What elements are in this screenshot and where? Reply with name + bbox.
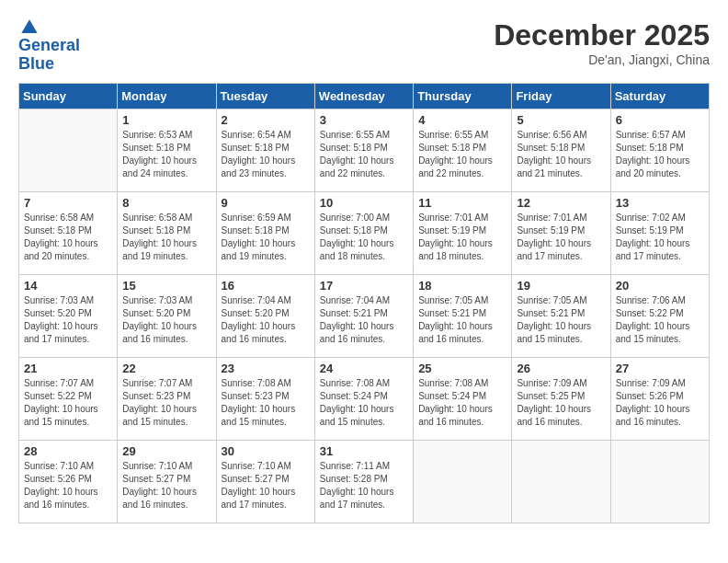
day-number: 6 (616, 113, 704, 127)
calendar-week-1: 1Sunrise: 6:53 AM Sunset: 5:18 PM Daylig… (19, 109, 710, 191)
day-number: 13 (616, 196, 704, 210)
day-info: Sunrise: 7:02 AM Sunset: 5:19 PM Dayligh… (616, 212, 704, 263)
calendar-cell (610, 440, 709, 523)
calendar-cell: 12Sunrise: 7:01 AM Sunset: 5:19 PM Dayli… (512, 191, 610, 274)
day-info: Sunrise: 7:07 AM Sunset: 5:23 PM Dayligh… (122, 377, 210, 429)
day-number: 5 (517, 113, 605, 127)
day-number: 25 (418, 362, 506, 375)
calendar-cell: 14Sunrise: 7:03 AM Sunset: 5:20 PM Dayli… (19, 274, 118, 357)
calendar-cell: 23Sunrise: 7:08 AM Sunset: 5:23 PM Dayli… (216, 357, 314, 440)
day-number: 10 (320, 196, 408, 210)
day-info: Sunrise: 7:01 AM Sunset: 5:19 PM Dayligh… (517, 212, 605, 263)
day-number: 11 (418, 196, 506, 210)
day-info: Sunrise: 7:04 AM Sunset: 5:20 PM Dayligh… (222, 294, 310, 346)
day-number: 7 (24, 196, 112, 210)
day-info: Sunrise: 7:04 AM Sunset: 5:21 PM Dayligh… (320, 294, 408, 346)
calendar-cell: 2Sunrise: 6:54 AM Sunset: 5:18 PM Daylig… (216, 109, 314, 191)
calendar-cell: 25Sunrise: 7:08 AM Sunset: 5:24 PM Dayli… (414, 357, 512, 440)
calendar-cell: 10Sunrise: 7:00 AM Sunset: 5:18 PM Dayli… (314, 191, 413, 274)
day-info: Sunrise: 7:10 AM Sunset: 5:27 PM Dayligh… (222, 460, 310, 511)
calendar-cell (512, 440, 610, 523)
day-number: 18 (418, 279, 506, 293)
day-info: Sunrise: 6:55 AM Sunset: 5:18 PM Dayligh… (418, 129, 506, 180)
svg-marker-0 (21, 19, 37, 33)
day-header-friday: Friday (512, 83, 610, 109)
logo: GeneralBlue (18, 18, 80, 74)
day-number: 28 (24, 444, 112, 458)
calendar-cell: 21Sunrise: 7:07 AM Sunset: 5:22 PM Dayli… (19, 357, 118, 440)
page-header: GeneralBlue December 2025 De'an, Jiangxi… (18, 18, 710, 74)
day-number: 12 (517, 196, 605, 210)
day-info: Sunrise: 7:05 AM Sunset: 5:21 PM Dayligh… (517, 294, 605, 346)
day-info: Sunrise: 6:59 AM Sunset: 5:18 PM Dayligh… (222, 212, 310, 263)
calendar-cell (19, 109, 118, 191)
day-info: Sunrise: 7:08 AM Sunset: 5:24 PM Dayligh… (418, 377, 506, 429)
day-info: Sunrise: 7:09 AM Sunset: 5:26 PM Dayligh… (616, 377, 704, 429)
calendar-cell: 16Sunrise: 7:04 AM Sunset: 5:20 PM Dayli… (216, 274, 314, 357)
day-info: Sunrise: 7:07 AM Sunset: 5:22 PM Dayligh… (24, 377, 112, 429)
day-number: 23 (222, 362, 310, 375)
day-info: Sunrise: 7:03 AM Sunset: 5:20 PM Dayligh… (24, 294, 112, 346)
day-info: Sunrise: 7:00 AM Sunset: 5:18 PM Dayligh… (320, 212, 408, 263)
day-number: 14 (24, 279, 112, 293)
day-info: Sunrise: 7:08 AM Sunset: 5:23 PM Dayligh… (222, 377, 310, 429)
day-number: 4 (418, 113, 506, 127)
calendar-cell: 1Sunrise: 6:53 AM Sunset: 5:18 PM Daylig… (118, 109, 216, 191)
calendar-cell: 18Sunrise: 7:05 AM Sunset: 5:21 PM Dayli… (414, 274, 512, 357)
calendar-cell: 3Sunrise: 6:55 AM Sunset: 5:18 PM Daylig… (314, 109, 413, 191)
calendar-week-2: 7Sunrise: 6:58 AM Sunset: 5:18 PM Daylig… (19, 191, 710, 274)
day-number: 17 (320, 279, 408, 293)
day-number: 24 (320, 362, 408, 375)
calendar-cell: 30Sunrise: 7:10 AM Sunset: 5:27 PM Dayli… (216, 440, 314, 523)
day-number: 20 (616, 279, 704, 293)
day-info: Sunrise: 6:57 AM Sunset: 5:18 PM Dayligh… (616, 129, 704, 180)
calendar-cell: 19Sunrise: 7:05 AM Sunset: 5:21 PM Dayli… (512, 274, 610, 357)
calendar-week-5: 28Sunrise: 7:10 AM Sunset: 5:26 PM Dayli… (19, 440, 710, 523)
day-info: Sunrise: 7:05 AM Sunset: 5:21 PM Dayligh… (418, 294, 506, 346)
logo-text: GeneralBlue (18, 37, 80, 74)
calendar-cell: 5Sunrise: 6:56 AM Sunset: 5:18 PM Daylig… (512, 109, 610, 191)
day-header-sunday: Sunday (19, 83, 118, 109)
calendar-cell: 17Sunrise: 7:04 AM Sunset: 5:21 PM Dayli… (314, 274, 413, 357)
day-header-tuesday: Tuesday (216, 83, 314, 109)
calendar-cell: 11Sunrise: 7:01 AM Sunset: 5:19 PM Dayli… (414, 191, 512, 274)
day-number: 15 (122, 279, 210, 293)
calendar-week-3: 14Sunrise: 7:03 AM Sunset: 5:20 PM Dayli… (19, 274, 710, 357)
day-info: Sunrise: 6:53 AM Sunset: 5:18 PM Dayligh… (122, 129, 210, 180)
calendar-cell: 20Sunrise: 7:06 AM Sunset: 5:22 PM Dayli… (610, 274, 709, 357)
day-number: 30 (222, 444, 310, 458)
calendar-cell: 4Sunrise: 6:55 AM Sunset: 5:18 PM Daylig… (414, 109, 512, 191)
day-header-thursday: Thursday (414, 83, 512, 109)
calendar-cell: 13Sunrise: 7:02 AM Sunset: 5:19 PM Dayli… (610, 191, 709, 274)
day-info: Sunrise: 7:10 AM Sunset: 5:27 PM Dayligh… (122, 460, 210, 511)
day-number: 19 (517, 279, 605, 293)
calendar-cell: 29Sunrise: 7:10 AM Sunset: 5:27 PM Dayli… (118, 440, 216, 523)
day-number: 27 (616, 362, 704, 375)
calendar-cell (414, 440, 512, 523)
calendar-cell: 9Sunrise: 6:59 AM Sunset: 5:18 PM Daylig… (216, 191, 314, 274)
day-info: Sunrise: 6:58 AM Sunset: 5:18 PM Dayligh… (24, 212, 112, 263)
month-title: December 2025 (494, 18, 710, 52)
day-number: 21 (24, 362, 112, 375)
day-info: Sunrise: 6:55 AM Sunset: 5:18 PM Dayligh… (320, 129, 408, 180)
day-info: Sunrise: 7:11 AM Sunset: 5:28 PM Dayligh… (320, 460, 408, 511)
day-number: 16 (222, 279, 310, 293)
calendar-cell: 24Sunrise: 7:08 AM Sunset: 5:24 PM Dayli… (314, 357, 413, 440)
day-number: 22 (122, 362, 210, 375)
day-header-monday: Monday (118, 83, 216, 109)
calendar-cell: 7Sunrise: 6:58 AM Sunset: 5:18 PM Daylig… (19, 191, 118, 274)
calendar-cell: 27Sunrise: 7:09 AM Sunset: 5:26 PM Dayli… (610, 357, 709, 440)
calendar-cell: 8Sunrise: 6:58 AM Sunset: 5:18 PM Daylig… (118, 191, 216, 274)
calendar-cell: 31Sunrise: 7:11 AM Sunset: 5:28 PM Dayli… (314, 440, 413, 523)
day-info: Sunrise: 6:56 AM Sunset: 5:18 PM Dayligh… (517, 129, 605, 180)
calendar-cell: 6Sunrise: 6:57 AM Sunset: 5:18 PM Daylig… (610, 109, 709, 191)
calendar-table: SundayMondayTuesdayWednesdayThursdayFrid… (18, 83, 710, 523)
day-info: Sunrise: 7:10 AM Sunset: 5:26 PM Dayligh… (24, 460, 112, 511)
day-number: 1 (122, 113, 210, 127)
day-number: 3 (320, 113, 408, 127)
day-number: 31 (320, 444, 408, 458)
day-number: 26 (517, 362, 605, 375)
day-header-wednesday: Wednesday (314, 83, 413, 109)
title-block: December 2025 De'an, Jiangxi, China (494, 18, 710, 67)
day-info: Sunrise: 7:09 AM Sunset: 5:25 PM Dayligh… (517, 377, 605, 429)
